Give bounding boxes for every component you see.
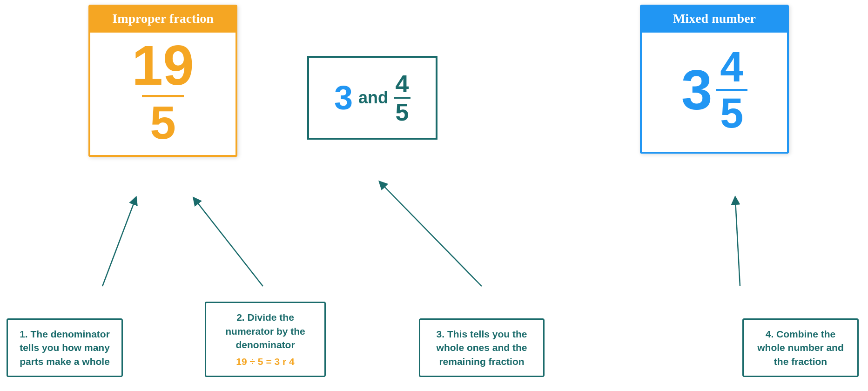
mixed-card-body: 3 4 5 — [640, 33, 789, 154]
mixed-number-card: Mixed number 3 4 5 — [640, 5, 789, 154]
svg-line-1 — [195, 200, 263, 286]
annotation-1-text: 1. The denominator tells you how many pa… — [20, 329, 110, 367]
improper-numerator: 19 — [132, 37, 194, 93]
middle-content: 3 and 4 5 — [334, 72, 410, 124]
mixed-card-header: Mixed number — [640, 5, 789, 33]
main-container: Improper fraction 19 5 3 and 4 5 Mixed n… — [0, 0, 868, 391]
annotation-2-equation: 19 ÷ 5 = 3 r 4 — [215, 355, 316, 368]
mixed-denominator: 5 — [720, 92, 743, 134]
mixed-numerator: 4 — [720, 46, 743, 88]
mixed-number-display: 3 4 5 — [681, 46, 748, 134]
improper-fraction-card: Improper fraction 19 5 — [88, 5, 237, 157]
middle-whole-number: 3 — [334, 79, 353, 117]
annotation-box-2: 2. Divide the numerator by the denominat… — [205, 302, 326, 377]
improper-denominator: 5 — [150, 99, 176, 146]
mixed-whole-number: 3 — [681, 62, 713, 118]
mixed-fraction: 4 5 — [716, 46, 747, 134]
svg-line-3 — [735, 200, 740, 286]
annotation-4-text: 4. Combine the whole number and the frac… — [757, 329, 844, 367]
middle-and-text: and — [358, 88, 388, 108]
middle-numerator: 4 — [396, 72, 409, 96]
annotation-3-text: 3. This tells you the whole ones and the… — [437, 329, 527, 367]
annotation-box-3: 3. This tells you the whole ones and the… — [419, 318, 545, 377]
svg-line-2 — [382, 184, 482, 286]
middle-denominator: 5 — [396, 100, 409, 124]
improper-card-body: 19 5 — [88, 33, 237, 157]
improper-fraction-display: 19 5 — [132, 37, 194, 146]
annotation-2-text: 2. Divide the numerator by the denominat… — [225, 312, 305, 350]
annotation-box-1: 1. The denominator tells you how many pa… — [7, 318, 123, 377]
annotation-box-4: 4. Combine the whole number and the frac… — [742, 318, 859, 377]
improper-card-header: Improper fraction — [88, 5, 237, 33]
svg-line-0 — [102, 200, 135, 286]
middle-fraction: 4 5 — [394, 72, 410, 124]
middle-result-box: 3 and 4 5 — [307, 56, 437, 140]
